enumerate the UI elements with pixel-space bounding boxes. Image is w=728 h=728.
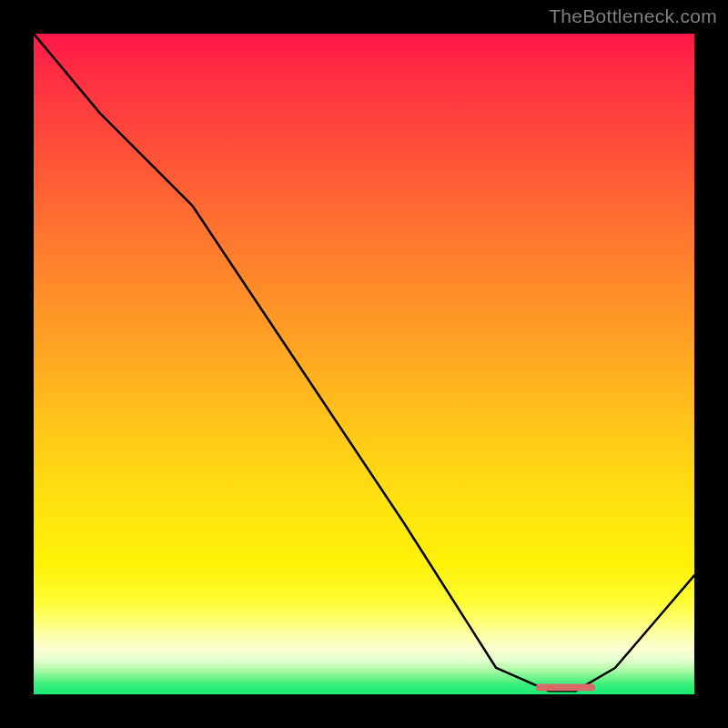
chart-overlay [34, 34, 694, 694]
chart-container: TheBottleneck.com [0, 0, 728, 728]
bottleneck-curve [34, 34, 694, 691]
plot-area [34, 34, 694, 694]
optimal-range-marker [536, 683, 595, 691]
watermark-text: TheBottleneck.com [549, 5, 717, 27]
